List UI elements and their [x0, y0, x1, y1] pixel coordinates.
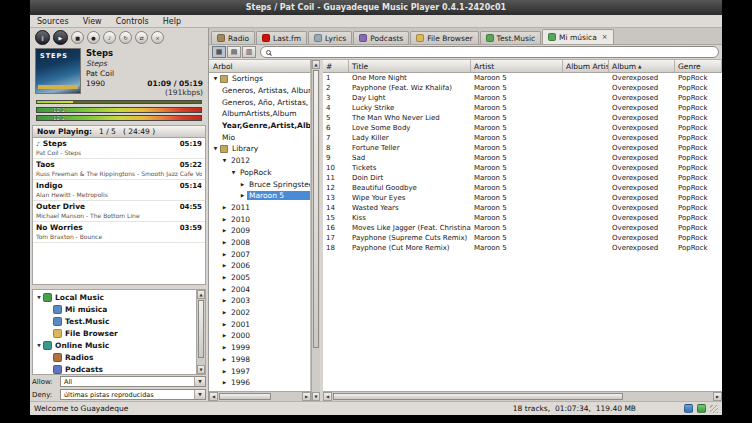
close-icon[interactable]: ×	[602, 33, 608, 41]
column-header-title[interactable]: Title	[349, 60, 471, 72]
table-row[interactable]: 14Wasted YearsMaroon 5OverexposedPopRock	[323, 203, 722, 213]
deny-filter-select[interactable]: últimas pistas reproducidas ▼	[60, 389, 206, 400]
sidebar-item-file-browser[interactable]: File Browser	[33, 327, 196, 339]
list-view-button[interactable]: ▤	[227, 46, 241, 58]
expander-icon[interactable]: ▶	[220, 322, 229, 327]
expander-icon[interactable]: ▼	[229, 170, 238, 175]
table-row[interactable]: 3Day LightMaroon 5OverexposedPopRock	[323, 93, 722, 103]
tree-item-bruce-springsteen[interactable]: ▶Bruce Springsteen	[209, 178, 310, 190]
play-pause-button[interactable]: ∥	[35, 30, 50, 45]
tab-podcasts[interactable]: Podcasts	[353, 31, 409, 44]
scrollbar-thumb[interactable]	[333, 393, 623, 400]
tab-last-fm[interactable]: Last.fm	[256, 31, 307, 44]
tree-item-1999[interactable]: ▶1999	[209, 342, 310, 354]
expander-icon[interactable]: ▼	[35, 295, 43, 300]
scroll-right-icon[interactable]: ▶	[713, 392, 722, 401]
scroll-up-icon[interactable]: ▲	[197, 290, 205, 299]
table-row[interactable]: 9SadMaroon 5OverexposedPopRock	[323, 153, 722, 163]
tree-item-1998[interactable]: ▶1998	[209, 354, 310, 366]
chevron-down-icon[interactable]: ▼	[194, 390, 205, 399]
expander-icon[interactable]: ▶	[220, 369, 229, 374]
tree-item-2008[interactable]: ▶2008	[209, 237, 310, 249]
seek-bar[interactable]	[36, 100, 202, 104]
tree-item-sortings[interactable]: ▼Sortings	[209, 73, 310, 85]
sidebar-item-radios[interactable]: Radios	[33, 351, 196, 363]
scroll-right-icon[interactable]: ▶	[302, 392, 311, 401]
tree-item-2012[interactable]: ▼2012	[209, 155, 310, 167]
expander-icon[interactable]: ▼	[220, 158, 229, 163]
scrollbar-track[interactable]	[624, 392, 713, 401]
titlebar[interactable]: Steps / Pat Coil - Guayadeque Music Play…	[30, 0, 722, 15]
column-header-artist[interactable]: Artist	[471, 60, 563, 72]
sidebar-item-podcasts[interactable]: Podcasts	[33, 363, 196, 374]
expander-icon[interactable]: ▶	[238, 193, 247, 198]
search-box[interactable]	[260, 46, 719, 58]
sources-scrollbar[interactable]: ▲ ▼	[196, 290, 205, 374]
table-row[interactable]: 15KissMaroon 5OverexposedPopRock	[323, 213, 722, 223]
tree-item-2000[interactable]: ▶2000	[209, 330, 310, 342]
expander-icon[interactable]: ▶	[220, 310, 229, 315]
sidebar-item-local-music[interactable]: ▼Local Music	[33, 291, 196, 303]
expander-icon[interactable]: ▼	[211, 146, 220, 151]
table-row[interactable]: 2Payphone (Feat. Wiz Khalifa)Maroon 5Ove…	[323, 83, 722, 93]
menu-controls[interactable]: Controls	[109, 17, 156, 26]
table-row[interactable]: 12Beautiful GoodbyeMaroon 5OverexposedPo…	[323, 183, 722, 193]
tree-item-poprock[interactable]: ▼PopRock	[209, 167, 310, 179]
table-row[interactable]: 4Lucky StrikeMaroon 5OverexposedPopRock	[323, 103, 722, 113]
expander-icon[interactable]: ▶	[220, 228, 229, 233]
tree-item-2005[interactable]: ▶2005	[209, 272, 310, 284]
search-input[interactable]	[274, 47, 713, 57]
menu-sources[interactable]: Sources	[30, 17, 76, 26]
shuffle-button[interactable]: ⇄	[135, 31, 148, 44]
column-header-num[interactable]: #	[323, 60, 349, 72]
table-row[interactable]: 5The Man Who Never LiedMaroon 5Overexpos…	[323, 113, 722, 123]
stop-button[interactable]: ■	[71, 31, 84, 44]
expander-icon[interactable]: ▼	[35, 343, 43, 348]
playlist-item[interactable]: Outer Drive04:55Michael Manson - The Bot…	[33, 201, 205, 222]
menu-help[interactable]: Help	[156, 17, 188, 26]
table-hscrollbar[interactable]: ◀ ▶	[323, 391, 722, 401]
resize-grip[interactable]	[710, 405, 718, 413]
tree-item-2006[interactable]: ▶2006	[209, 260, 310, 272]
tree-item-2001[interactable]: ▶2001	[209, 318, 310, 330]
scrollbar-thumb[interactable]	[313, 70, 319, 348]
tab-mi-musica[interactable]: Mi música×	[542, 29, 614, 44]
covers-view-button[interactable]: ▦	[212, 46, 226, 58]
scrollbar-track[interactable]	[272, 392, 302, 401]
tree-item-2004[interactable]: ▶2004	[209, 283, 310, 295]
tree-item-albumartists-album[interactable]: AlbumArtists,Album	[209, 108, 310, 120]
allow-filter-select[interactable]: All ▼	[60, 376, 206, 387]
tree-item-1997[interactable]: ▶1997	[209, 365, 310, 377]
scrollbar-thumb[interactable]	[198, 300, 204, 358]
expander-icon[interactable]: ▶	[220, 345, 229, 350]
sidebar-item-mi-musica[interactable]: Mi música	[33, 303, 196, 315]
tab-file-browser[interactable]: File Browser	[410, 31, 478, 44]
table-row[interactable]: 16Moves Like Jagger (Feat. Christina Agu…	[323, 223, 722, 233]
table-row[interactable]: 1One More NightMaroon 5OverexposedPopRoc…	[323, 73, 722, 83]
expander-icon[interactable]: ▼	[211, 76, 220, 81]
column-header-album[interactable]: Album▲	[609, 60, 675, 72]
expander-icon[interactable]: ▶	[220, 298, 229, 303]
tree-item-2007[interactable]: ▶2007	[209, 248, 310, 260]
tab-lyrics[interactable]: Lyrics	[308, 31, 352, 44]
repeat-button[interactable]: ↻	[119, 31, 132, 44]
scroll-up-icon[interactable]: ▲	[312, 60, 320, 69]
chevron-down-icon[interactable]: ▼	[194, 377, 205, 386]
scroll-left-icon[interactable]: ◀	[323, 392, 332, 401]
next-track-button[interactable]: ▶	[53, 30, 68, 45]
tree-item-generos-ano-artistas-albumes[interactable]: Generos, Año, Artistas, Albumes	[209, 96, 310, 108]
expander-icon[interactable]: ▶	[220, 357, 229, 362]
smart-mode-button[interactable]: ×	[151, 31, 164, 44]
scroll-left-icon[interactable]: ◀	[209, 392, 218, 401]
tree-item-maroon-5[interactable]: ▶Maroon 5	[209, 190, 310, 202]
expander-icon[interactable]: ▶	[238, 182, 247, 187]
scroll-down-icon[interactable]: ▼	[312, 392, 320, 401]
record-button[interactable]: ●	[87, 31, 100, 44]
tab-test-music[interactable]: Test.Music	[480, 31, 542, 44]
tree-item-generos-artistas-albumes[interactable]: Generos, Artistas, Albumes	[209, 85, 310, 97]
menu-view[interactable]: View	[76, 17, 109, 26]
tree-item-2002[interactable]: ▶2002	[209, 307, 310, 319]
table-row[interactable]: 6Love Some BodyMaroon 5OverexposedPopRoc…	[323, 123, 722, 133]
expander-icon[interactable]: ▶	[220, 252, 229, 257]
grid-view-button[interactable]: ▥	[242, 46, 256, 58]
